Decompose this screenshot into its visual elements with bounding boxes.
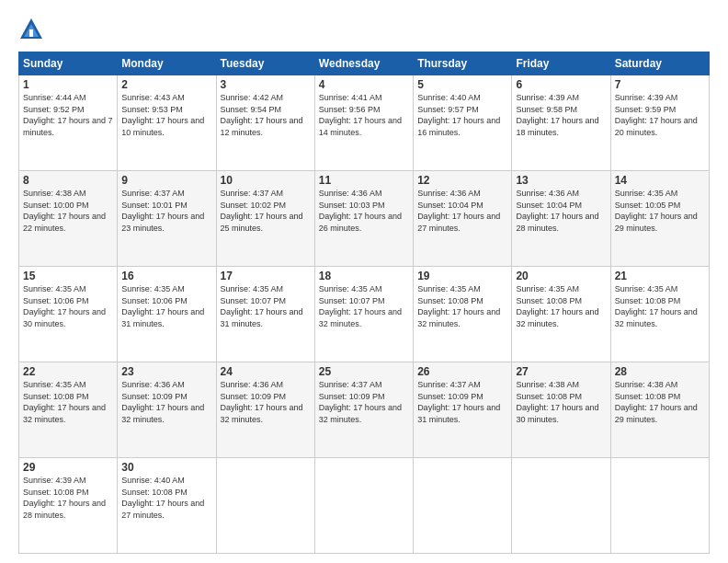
day-number: 23 bbox=[121, 365, 211, 378]
header bbox=[18, 17, 710, 42]
day-number: 7 bbox=[615, 78, 705, 91]
day-info: Sunrise: 4:36 AMSunset: 10:09 PMDaylight… bbox=[221, 380, 303, 424]
day-number: 16 bbox=[121, 270, 211, 282]
day-number: 8 bbox=[23, 174, 113, 187]
day-info: Sunrise: 4:39 AMSunset: 9:58 PMDaylight:… bbox=[516, 93, 598, 137]
calendar-cell: 13 Sunrise: 4:36 AMSunset: 10:04 PMDayli… bbox=[512, 171, 610, 267]
calendar-cell: 10 Sunrise: 4:37 AMSunset: 10:02 PMDayli… bbox=[216, 171, 314, 267]
day-info: Sunrise: 4:43 AMSunset: 9:53 PMDaylight:… bbox=[121, 93, 204, 137]
calendar-cell: 12 Sunrise: 4:36 AMSunset: 10:04 PMDayli… bbox=[414, 171, 512, 267]
day-info: Sunrise: 4:40 AMSunset: 10:08 PMDaylight… bbox=[121, 476, 204, 520]
calendar-header-saturday: Saturday bbox=[610, 52, 709, 75]
day-info: Sunrise: 4:35 AMSunset: 10:08 PMDaylight… bbox=[23, 380, 106, 424]
day-info: Sunrise: 4:35 AMSunset: 10:08 PMDaylight… bbox=[417, 284, 500, 328]
day-number: 2 bbox=[121, 78, 211, 91]
day-number: 11 bbox=[319, 174, 409, 187]
day-info: Sunrise: 4:36 AMSunset: 10:04 PMDaylight… bbox=[516, 189, 598, 233]
calendar-header-thursday: Thursday bbox=[414, 52, 512, 75]
calendar-week-3: 15 Sunrise: 4:35 AMSunset: 10:06 PMDayli… bbox=[19, 267, 710, 362]
day-number: 19 bbox=[417, 270, 507, 282]
day-info: Sunrise: 4:35 AMSunset: 10:08 PMDaylight… bbox=[516, 284, 598, 328]
calendar-cell: 25 Sunrise: 4:37 AMSunset: 10:09 PMDayli… bbox=[314, 362, 413, 458]
day-info: Sunrise: 4:37 AMSunset: 10:09 PMDaylight… bbox=[417, 380, 500, 424]
calendar-cell: 14 Sunrise: 4:35 AMSunset: 10:05 PMDayli… bbox=[610, 171, 709, 267]
day-number: 28 bbox=[615, 365, 705, 378]
day-number: 5 bbox=[417, 78, 507, 91]
day-number: 1 bbox=[23, 78, 113, 91]
day-info: Sunrise: 4:39 AMSunset: 9:59 PMDaylight:… bbox=[615, 93, 698, 137]
calendar-cell: 17 Sunrise: 4:35 AMSunset: 10:07 PMDayli… bbox=[216, 267, 314, 362]
calendar-cell: 29 Sunrise: 4:39 AMSunset: 10:08 PMDayli… bbox=[19, 458, 118, 554]
day-info: Sunrise: 4:38 AMSunset: 10:08 PMDaylight… bbox=[516, 380, 598, 424]
day-number: 6 bbox=[516, 78, 606, 91]
day-info: Sunrise: 4:37 AMSunset: 10:02 PMDaylight… bbox=[221, 189, 303, 233]
day-number: 22 bbox=[23, 365, 113, 378]
calendar-header-tuesday: Tuesday bbox=[216, 52, 314, 75]
day-number: 30 bbox=[121, 461, 211, 474]
day-info: Sunrise: 4:40 AMSunset: 9:57 PMDaylight:… bbox=[417, 93, 500, 137]
day-info: Sunrise: 4:37 AMSunset: 10:09 PMDaylight… bbox=[319, 380, 402, 424]
day-info: Sunrise: 4:41 AMSunset: 9:56 PMDaylight:… bbox=[319, 93, 402, 137]
calendar-week-1: 1 Sunrise: 4:44 AMSunset: 9:52 PMDayligh… bbox=[19, 75, 710, 171]
calendar-header-sunday: Sunday bbox=[19, 52, 118, 75]
day-info: Sunrise: 4:36 AMSunset: 10:09 PMDaylight… bbox=[121, 380, 204, 424]
calendar-cell: 28 Sunrise: 4:38 AMSunset: 10:08 PMDayli… bbox=[610, 362, 709, 458]
calendar-cell: 4 Sunrise: 4:41 AMSunset: 9:56 PMDayligh… bbox=[314, 75, 413, 171]
day-number: 29 bbox=[23, 461, 113, 474]
calendar-cell: 23 Sunrise: 4:36 AMSunset: 10:09 PMDayli… bbox=[118, 362, 216, 458]
day-info: Sunrise: 4:42 AMSunset: 9:54 PMDaylight:… bbox=[221, 93, 303, 137]
calendar-cell: 11 Sunrise: 4:36 AMSunset: 10:03 PMDayli… bbox=[314, 171, 413, 267]
day-info: Sunrise: 4:35 AMSunset: 10:07 PMDaylight… bbox=[319, 284, 402, 328]
calendar-cell: 9 Sunrise: 4:37 AMSunset: 10:01 PMDaylig… bbox=[118, 171, 216, 267]
page: SundayMondayTuesdayWednesdayThursdayFrid… bbox=[0, 0, 728, 563]
calendar-cell: 15 Sunrise: 4:35 AMSunset: 10:06 PMDayli… bbox=[19, 267, 118, 362]
calendar-body: 1 Sunrise: 4:44 AMSunset: 9:52 PMDayligh… bbox=[19, 75, 710, 554]
day-info: Sunrise: 4:35 AMSunset: 10:05 PMDaylight… bbox=[615, 189, 698, 233]
calendar-cell: 18 Sunrise: 4:35 AMSunset: 10:07 PMDayli… bbox=[314, 267, 413, 362]
logo-icon bbox=[18, 17, 44, 42]
day-info: Sunrise: 4:39 AMSunset: 10:08 PMDaylight… bbox=[23, 476, 106, 520]
calendar-cell: 20 Sunrise: 4:35 AMSunset: 10:08 PMDayli… bbox=[512, 267, 610, 362]
calendar-cell: 2 Sunrise: 4:43 AMSunset: 9:53 PMDayligh… bbox=[118, 75, 216, 171]
calendar-header-row: SundayMondayTuesdayWednesdayThursdayFrid… bbox=[19, 52, 710, 75]
calendar-cell bbox=[314, 458, 413, 554]
calendar-cell: 5 Sunrise: 4:40 AMSunset: 9:57 PMDayligh… bbox=[414, 75, 512, 171]
day-number: 4 bbox=[319, 78, 409, 91]
day-info: Sunrise: 4:35 AMSunset: 10:08 PMDaylight… bbox=[615, 284, 698, 328]
calendar-cell: 1 Sunrise: 4:44 AMSunset: 9:52 PMDayligh… bbox=[19, 75, 118, 171]
day-info: Sunrise: 4:37 AMSunset: 10:01 PMDaylight… bbox=[121, 189, 204, 233]
day-number: 14 bbox=[615, 174, 705, 187]
calendar-cell: 6 Sunrise: 4:39 AMSunset: 9:58 PMDayligh… bbox=[512, 75, 610, 171]
calendar-cell: 24 Sunrise: 4:36 AMSunset: 10:09 PMDayli… bbox=[216, 362, 314, 458]
calendar-header-friday: Friday bbox=[512, 52, 610, 75]
day-info: Sunrise: 4:36 AMSunset: 10:04 PMDaylight… bbox=[417, 189, 500, 233]
day-number: 13 bbox=[516, 174, 606, 187]
day-number: 17 bbox=[221, 270, 311, 282]
calendar-cell: 26 Sunrise: 4:37 AMSunset: 10:09 PMDayli… bbox=[414, 362, 512, 458]
day-number: 26 bbox=[417, 365, 507, 378]
calendar-header-monday: Monday bbox=[118, 52, 216, 75]
day-number: 18 bbox=[319, 270, 409, 282]
day-number: 12 bbox=[417, 174, 507, 187]
calendar-week-4: 22 Sunrise: 4:35 AMSunset: 10:08 PMDayli… bbox=[19, 362, 710, 458]
day-number: 24 bbox=[221, 365, 311, 378]
calendar-cell: 30 Sunrise: 4:40 AMSunset: 10:08 PMDayli… bbox=[118, 458, 216, 554]
calendar-cell bbox=[610, 458, 709, 554]
calendar-cell: 19 Sunrise: 4:35 AMSunset: 10:08 PMDayli… bbox=[414, 267, 512, 362]
day-number: 20 bbox=[516, 270, 606, 282]
day-info: Sunrise: 4:35 AMSunset: 10:07 PMDaylight… bbox=[221, 284, 303, 328]
day-number: 27 bbox=[516, 365, 606, 378]
day-number: 21 bbox=[615, 270, 705, 282]
calendar-cell bbox=[414, 458, 512, 554]
svg-rect-2 bbox=[29, 29, 33, 37]
calendar-week-2: 8 Sunrise: 4:38 AMSunset: 10:00 PMDaylig… bbox=[19, 171, 710, 267]
calendar-cell: 27 Sunrise: 4:38 AMSunset: 10:08 PMDayli… bbox=[512, 362, 610, 458]
logo bbox=[18, 17, 48, 42]
calendar-table: SundayMondayTuesdayWednesdayThursdayFrid… bbox=[18, 52, 710, 554]
day-info: Sunrise: 4:44 AMSunset: 9:52 PMDaylight:… bbox=[23, 93, 113, 137]
day-info: Sunrise: 4:36 AMSunset: 10:03 PMDaylight… bbox=[319, 189, 402, 233]
day-number: 25 bbox=[319, 365, 409, 378]
calendar-cell bbox=[512, 458, 610, 554]
day-number: 9 bbox=[121, 174, 211, 187]
calendar-cell: 7 Sunrise: 4:39 AMSunset: 9:59 PMDayligh… bbox=[610, 75, 709, 171]
